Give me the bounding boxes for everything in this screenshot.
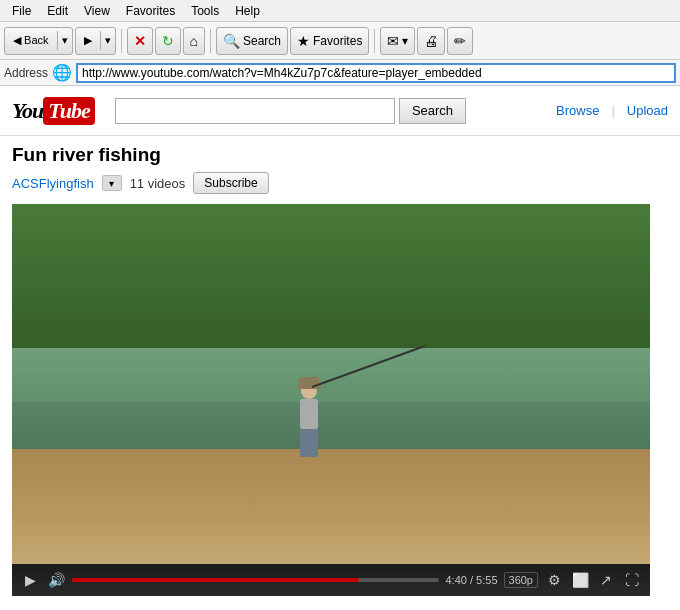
home-icon: ⌂ <box>190 33 198 49</box>
progress-fill <box>72 578 359 582</box>
favorites-button[interactable]: ★ Favorites <box>290 27 369 55</box>
menu-file[interactable]: File <box>4 2 39 20</box>
back-label[interactable]: ◀ Back <box>5 31 58 50</box>
youtube-search-button[interactable]: Search <box>399 98 466 124</box>
separator-2 <box>210 29 211 53</box>
youtube-search-box: Search <box>115 98 536 124</box>
stop-button[interactable]: ✕ <box>127 27 153 55</box>
person <box>299 383 319 463</box>
mail-icon: ✉ <box>387 33 399 49</box>
search-icon: 🔍 <box>223 33 240 49</box>
progress-bar[interactable] <box>72 578 439 582</box>
search-label: Search <box>243 34 281 48</box>
subscribe-button[interactable]: Subscribe <box>193 172 268 194</box>
channel-dropdown-button[interactable]: ▾ <box>102 175 122 191</box>
logo-tube: Tube <box>43 97 95 125</box>
person-body <box>300 399 318 429</box>
star-icon: ★ <box>297 33 310 49</box>
youtube-header-links: Browse | Upload <box>556 103 668 118</box>
play-button[interactable]: ▶ <box>20 570 40 590</box>
forward-dropdown-arrow[interactable]: ▾ <box>101 31 115 50</box>
channel-row: ACSFlyingfish ▾ 11 videos Subscribe <box>12 172 668 194</box>
time-display: 4:40 / 5:55 <box>445 574 497 586</box>
stop-icon: ✕ <box>134 33 146 49</box>
fullscreen-button[interactable]: ⛶ <box>622 570 642 590</box>
menu-bar: File Edit View Favorites Tools Help <box>0 0 680 22</box>
edit-btn[interactable]: ✏ <box>447 27 473 55</box>
time-total: 5:55 <box>476 574 497 586</box>
menu-help[interactable]: Help <box>227 2 268 20</box>
popout-button[interactable]: ↗ <box>596 570 616 590</box>
address-bar: Address 🌐 <box>0 60 680 86</box>
toolbar: ◀ Back ▾ ▶ ▾ ✕ ↻ ⌂ 🔍 Search ★ Favorites … <box>0 22 680 60</box>
favorites-label: Favorites <box>313 34 362 48</box>
menu-favorites[interactable]: Favorites <box>118 2 183 20</box>
menu-edit[interactable]: Edit <box>39 2 76 20</box>
browse-link[interactable]: Browse <box>556 103 599 118</box>
youtube-search-input[interactable] <box>115 98 395 124</box>
edit-icon: ✏ <box>454 33 466 49</box>
back-button[interactable]: ◀ Back ▾ <box>4 27 73 55</box>
print-button[interactable]: 🖨 <box>417 27 445 55</box>
video-title: Fun river fishing <box>12 144 668 166</box>
back-dropdown-arrow[interactable]: ▾ <box>58 31 72 50</box>
person-pants <box>300 429 318 457</box>
separator-1 <box>121 29 122 53</box>
widescreen-button[interactable]: ⬜ <box>570 570 590 590</box>
youtube-logo[interactable]: YouTube <box>12 97 95 125</box>
video-player[interactable] <box>12 204 650 564</box>
menu-view[interactable]: View <box>76 2 118 20</box>
globe-icon: 🌐 <box>52 63 72 82</box>
settings-button[interactable]: ⚙ <box>544 570 564 590</box>
home-button[interactable]: ⌂ <box>183 27 205 55</box>
refresh-icon: ↻ <box>162 33 174 49</box>
logo-you: You <box>12 98 43 124</box>
forward-button[interactable]: ▶ ▾ <box>75 27 116 55</box>
sandy-bank <box>12 449 650 564</box>
print-icon: 🖨 <box>424 33 438 49</box>
volume-button[interactable]: 🔊 <box>46 570 66 590</box>
video-count: 11 videos <box>130 176 186 191</box>
search-button[interactable]: 🔍 Search <box>216 27 288 55</box>
channel-link[interactable]: ACSFlyingfish <box>12 176 94 191</box>
address-label: Address <box>4 66 48 80</box>
menu-tools[interactable]: Tools <box>183 2 227 20</box>
mail-dropdown[interactable]: ▾ <box>402 34 408 48</box>
time-current: 4:40 <box>445 574 466 586</box>
quality-button[interactable]: 360p <box>504 572 538 588</box>
river <box>12 348 650 456</box>
video-scene <box>12 204 650 564</box>
address-input[interactable] <box>76 63 676 83</box>
page-content: Fun river fishing ACSFlyingfish ▾ 11 vid… <box>0 136 680 604</box>
mail-button[interactable]: ✉ ▾ <box>380 27 415 55</box>
refresh-button[interactable]: ↻ <box>155 27 181 55</box>
upload-link[interactable]: Upload <box>627 103 668 118</box>
youtube-header: YouTube Search Browse | Upload <box>0 86 680 136</box>
video-controls: ▶ 🔊 4:40 / 5:55 360p ⚙ ⬜ ↗ ⛶ <box>12 564 650 596</box>
separator-3 <box>374 29 375 53</box>
